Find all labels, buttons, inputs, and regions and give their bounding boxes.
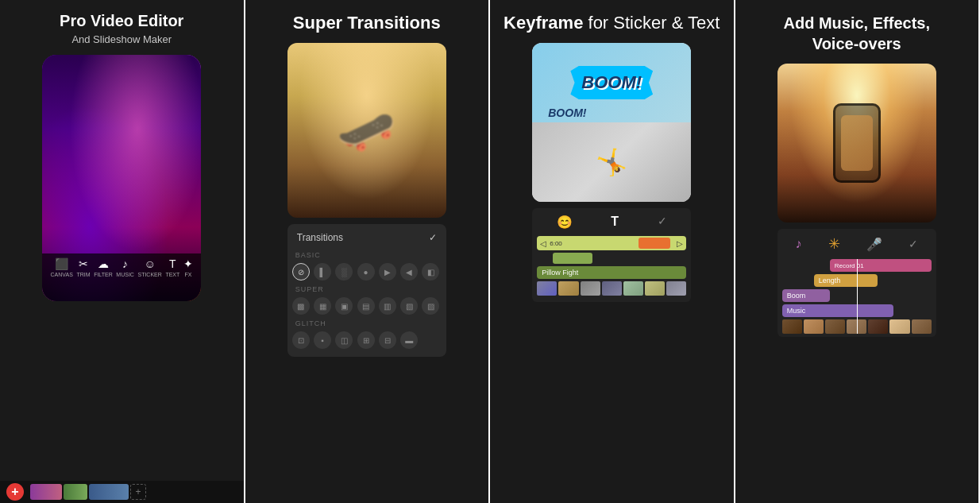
basic-transitions-grid: ⊘ ▌ ░ ● ▶ ◀ ◧ <box>292 263 442 281</box>
sticker-label: STICKER <box>137 272 161 277</box>
me-film-3 <box>825 319 845 334</box>
filter-icon: ☁ <box>98 257 109 270</box>
length-label: Length <box>819 277 841 284</box>
keyframe-editor: 😊 T ✓ 6:00 Pillow Fight <box>532 208 691 302</box>
timeline-clips: + <box>30 484 237 500</box>
clip-1[interactable] <box>30 484 62 500</box>
music-track-label: Music <box>787 307 806 315</box>
super-t5[interactable]: ▥ <box>379 297 396 315</box>
record-label: Record 01 <box>835 262 864 269</box>
kf-timeline: 6:00 Pillow Fight <box>537 236 686 296</box>
panel-4-title-line1: Add Music, Effects, <box>784 14 930 32</box>
kf-emoji-track[interactable] <box>553 253 592 264</box>
transitions-check-icon[interactable]: ✓ <box>429 232 437 243</box>
me-film-7 <box>912 319 932 334</box>
skater-figure: 🛹 <box>337 103 396 159</box>
transitions-label: Transitions <box>297 232 343 243</box>
panel-3: Keyframe for Sticker & Text BOOM! BOOM! … <box>490 0 735 503</box>
toolbar-icon-music[interactable]: ♪ MUSIC <box>116 257 134 277</box>
film-frame-6 <box>645 281 665 296</box>
music-icon: ♪ <box>122 257 128 270</box>
fx-icon: ✦ <box>183 257 193 270</box>
glitch-t4[interactable]: ⊞ <box>357 331 375 349</box>
super-t1[interactable]: ▩ <box>292 297 310 315</box>
transition-left[interactable]: ◀ <box>400 263 418 281</box>
transitions-header: Transitions ✓ <box>292 229 442 246</box>
add-button[interactable]: + <box>6 483 24 501</box>
me-film-2 <box>804 319 824 334</box>
section-glitch-label: GLITCH <box>292 318 442 329</box>
kf-check-icon[interactable]: ✓ <box>658 215 667 230</box>
toolbar-icon-filter[interactable]: ☁ FILTER <box>94 257 113 277</box>
film-frame-3 <box>581 281 600 296</box>
glitch-t2[interactable]: ▪ <box>314 331 331 349</box>
clip-2[interactable] <box>64 484 87 500</box>
canvas-label: CANVAS <box>51 272 73 277</box>
text-t-icon[interactable]: T <box>611 215 619 230</box>
panel-4-title-line2: Voice-overs <box>812 35 901 52</box>
glitch-t5[interactable]: ⊟ <box>379 331 396 349</box>
transition-fade[interactable]: ▌ <box>314 263 331 281</box>
transition-none[interactable]: ⊘ <box>292 263 310 281</box>
music-track[interactable]: Music <box>782 304 893 317</box>
transition-dot[interactable]: ● <box>357 263 375 281</box>
film-frame-7 <box>666 281 686 296</box>
super-t7[interactable]: ▨ <box>422 297 439 315</box>
film-frame-2 <box>558 281 578 296</box>
me-check-icon[interactable]: ✓ <box>909 238 918 250</box>
me-toolbar: ♪ ✳ 🎤 ✓ <box>782 232 932 256</box>
kf-toolbar: 😊 T ✓ <box>537 211 686 233</box>
boom-track[interactable]: Boom <box>782 289 830 302</box>
panel-1-subtitle: And Slideshow Maker <box>60 33 183 45</box>
screen-4 <box>777 64 936 222</box>
kf-label-track[interactable]: Pillow Fight <box>537 266 686 279</box>
super-t3[interactable]: ▣ <box>335 297 353 315</box>
kf-label-text: Pillow Fight <box>542 269 578 277</box>
length-track[interactable]: Length <box>814 274 878 287</box>
transition-wipe[interactable]: ◧ <box>422 263 439 281</box>
panel-2: Super Transitions 🛹 Transitions ✓ BASIC … <box>245 0 491 503</box>
transition-stripe[interactable]: ░ <box>335 263 353 281</box>
panel-1: Pro Video Editor And Slideshow Maker ⬛ C… <box>0 0 245 503</box>
me-playhead <box>857 259 858 334</box>
note-icon[interactable]: ♪ <box>795 237 801 251</box>
toolbar-icon-fx[interactable]: ✦ FX <box>183 257 193 277</box>
super-t2[interactable]: ▦ <box>314 297 331 315</box>
screen-3: BOOM! BOOM! 🤸 <box>532 43 691 202</box>
clip-3[interactable] <box>89 484 129 500</box>
boom-sticker-1: BOOM! <box>570 66 653 99</box>
canvas-icon: ⬛ <box>55 257 68 270</box>
record-track[interactable]: Record 01 <box>830 259 932 272</box>
timeline-bar-1: + + <box>0 481 244 503</box>
toolbar-icon-canvas[interactable]: ⬛ CANVAS <box>51 257 73 277</box>
concert-photo <box>777 64 936 222</box>
microphone-icon[interactable]: 🎤 <box>866 237 882 252</box>
toolbar-icon-trim[interactable]: ✂ TRIM <box>76 257 90 277</box>
glitch-t1[interactable]: ⊡ <box>292 331 310 349</box>
panel-2-title-area: Super Transitions <box>285 0 449 40</box>
fight-photo: 🤸 <box>532 122 691 202</box>
kf-main-track[interactable]: 6:00 <box>537 236 686 250</box>
skater-photo: 🛹 <box>287 43 446 218</box>
boom-sticker-2: BOOM! <box>548 106 586 119</box>
glitch-t6[interactable]: ▬ <box>400 331 418 349</box>
toolbar-1: ⬛ CANVAS ✂ TRIM ☁ FILTER ♪ MUSIC ☺ STICK… <box>42 257 201 277</box>
add-clip-button[interactable]: + <box>130 484 146 500</box>
panel-1-title-area: Pro Video Editor And Slideshow Maker <box>44 0 199 52</box>
super-transitions-grid: ▩ ▦ ▣ ▤ ▥ ▧ ▨ <box>292 297 442 315</box>
music-label: MUSIC <box>116 272 134 277</box>
glitch-t3[interactable]: ◫ <box>335 331 353 349</box>
screen-2: 🛹 <box>287 43 446 218</box>
toolbar-icon-sticker[interactable]: ☺ STICKER <box>137 257 161 277</box>
super-t6[interactable]: ▧ <box>400 297 418 315</box>
transition-right[interactable]: ▶ <box>379 263 396 281</box>
super-t4[interactable]: ▤ <box>357 297 375 315</box>
sticker-icon: ☺ <box>145 257 156 270</box>
me-film-5 <box>868 319 888 334</box>
effects-icon[interactable]: ✳ <box>828 235 840 253</box>
toolbar-icon-text[interactable]: T TEXT <box>165 257 179 277</box>
emoji-icon[interactable]: 😊 <box>557 215 573 230</box>
transitions-panel: Transitions ✓ BASIC ⊘ ▌ ░ ● ▶ ◀ ◧ SUPER … <box>287 224 446 357</box>
film-frame-4 <box>602 281 622 296</box>
me-film-1 <box>782 319 802 334</box>
